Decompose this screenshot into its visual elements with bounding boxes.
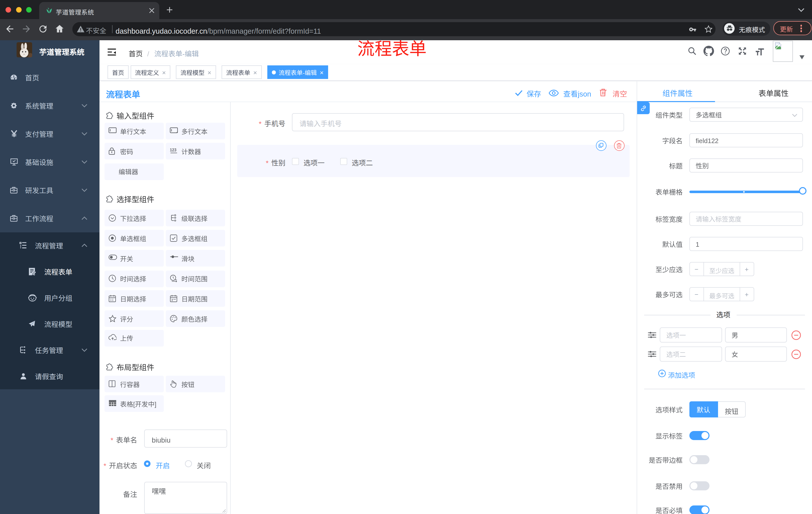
svg-text:123: 123: [170, 147, 176, 152]
